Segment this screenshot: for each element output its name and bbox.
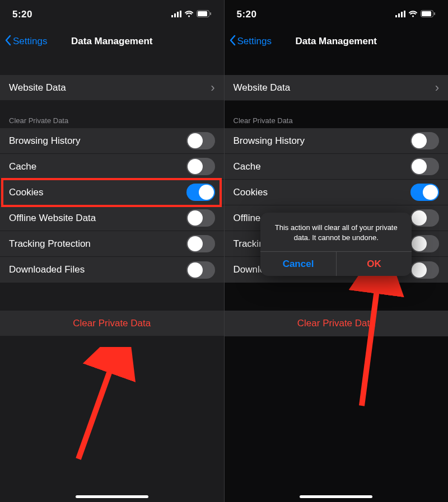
toggle-list: Browsing History Cache Cookies Offline W… [0, 128, 224, 283]
website-data-row[interactable]: Website Data › [0, 75, 224, 101]
wifi-icon [184, 9, 194, 20]
nav-bar: Settings Data Management [0, 29, 224, 54]
svg-rect-1 [174, 13, 176, 17]
toggle-tracking-protection[interactable] [186, 235, 215, 252]
phone-right: 5:20 Settings Data Management Website Da… [224, 0, 449, 502]
status-icons [171, 9, 212, 20]
toggle-downloaded-files[interactable] [186, 261, 215, 279]
status-bar: 5:20 [0, 0, 224, 29]
status-time: 5:20 [12, 9, 32, 20]
svg-rect-3 [180, 11, 181, 17]
website-data-label: Website Data [9, 82, 66, 93]
toggle-row-browsing-history: Browsing History [0, 128, 224, 154]
toggle-label: Downloaded Files [9, 264, 85, 275]
alert-message: This action will clear all of your priva… [260, 213, 412, 251]
svg-rect-5 [198, 11, 207, 16]
toggle-browsing-history[interactable] [186, 132, 215, 149]
home-indicator[interactable] [76, 495, 148, 498]
toggle-label: Cookies [9, 187, 43, 198]
section-header-clear-private-data: Clear Private Data [0, 116, 224, 128]
alert-cancel-button[interactable]: Cancel [260, 252, 336, 276]
toggle-row-cookies: Cookies [0, 180, 224, 205]
toggle-offline-website-data[interactable] [186, 209, 215, 227]
battery-icon [197, 9, 212, 20]
toggle-row-offline-website-data: Offline Website Data [0, 205, 224, 231]
back-label: Settings [13, 36, 47, 47]
svg-rect-0 [171, 15, 173, 17]
cellular-icon [171, 9, 181, 20]
toggle-row-cache: Cache [0, 154, 224, 180]
phone-left: 5:20 Settings Data Management [0, 0, 224, 502]
toggle-label: Tracking Protection [9, 238, 91, 250]
clear-private-data-label: Clear Private Data [73, 318, 151, 329]
alert-backdrop: This action will clear all of your priva… [225, 0, 449, 502]
toggle-label: Offline Website Data [9, 213, 96, 224]
toggle-cache[interactable] [186, 158, 215, 175]
toggle-cookies[interactable] [186, 184, 215, 201]
annotation-arrow-clear [62, 347, 140, 470]
toggle-label: Cache [9, 161, 36, 172]
svg-rect-6 [210, 12, 211, 15]
toggle-row-downloaded-files: Downloaded Files [0, 257, 224, 283]
svg-rect-2 [177, 12, 179, 17]
chevron-right-icon: › [211, 82, 214, 94]
back-button[interactable]: Settings [4, 35, 47, 49]
toggle-label: Browsing History [9, 135, 81, 147]
toggle-row-tracking-protection: Tracking Protection [0, 231, 224, 257]
svg-line-7 [78, 357, 115, 459]
confirm-alert: This action will clear all of your priva… [260, 213, 412, 276]
chevron-left-icon [4, 35, 11, 49]
home-indicator[interactable] [300, 495, 372, 498]
clear-private-data-button[interactable]: Clear Private Data [0, 311, 224, 336]
alert-ok-button[interactable]: OK [336, 252, 412, 276]
